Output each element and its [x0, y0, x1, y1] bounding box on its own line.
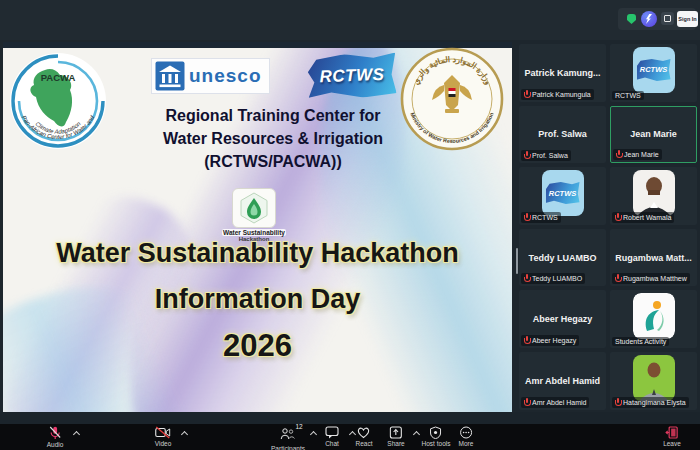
bottom-gap [0, 412, 700, 424]
participant-label: Teddy LUAMBO [521, 273, 585, 284]
video-muted-icon [155, 426, 171, 439]
audio-menu-chevron[interactable] [73, 431, 80, 438]
participant-label-text: Prof. Salwa [532, 152, 568, 159]
share-menu-chevron[interactable] [413, 431, 420, 438]
more-ellipsis-icon [460, 426, 473, 439]
title-line-3: 2026 [3, 322, 512, 370]
muted-mic-icon [615, 398, 621, 407]
rctws-avatar: RCTWS [542, 170, 584, 216]
mic-muted-icon [48, 426, 63, 440]
muted-mic-icon [524, 336, 530, 345]
gallery-view-icon[interactable] [661, 12, 674, 25]
slide-main-title: Water Sustainability Hackathon Informati… [3, 230, 512, 370]
participant-label: Prof. Salwa [521, 150, 571, 161]
muted-mic-icon [615, 213, 621, 222]
chat-icon [325, 426, 339, 439]
rctws-wordmark: RCTWS [319, 65, 384, 87]
participant-tile-salwa[interactable]: Prof. Salwa Prof. Salwa [519, 106, 606, 164]
participant-tile-patrick[interactable]: Patrick Kamung... Patrick Kamungula [519, 44, 606, 102]
rctws-avatar-text: RCTWS [549, 189, 577, 198]
meeting-window: Sign In PACWA Pan-African Center for Wat… [0, 0, 700, 450]
participant-label: Patrick Kamungula [521, 89, 594, 100]
participant-label: Rugambwa Matthew [612, 273, 690, 284]
rctws-wave-icon: RCTWS [546, 182, 580, 204]
participants-count-badge: 12 [296, 423, 303, 430]
muted-mic-icon [524, 90, 530, 99]
muted-mic-icon [524, 398, 530, 407]
top-bar: Sign In [0, 0, 700, 40]
participant-label-text: Amr Abdel Hamid [532, 399, 586, 406]
video-menu-chevron[interactable] [181, 431, 188, 438]
audio-label: Audio [47, 441, 64, 448]
participant-tile-rctws-2[interactable]: RCTWS RCTWS [519, 167, 606, 225]
meeting-app-icon[interactable] [641, 11, 657, 27]
share-screen-icon [389, 426, 402, 439]
title-line-1: Water Sustainability Hackathon [3, 230, 512, 276]
meeting-toolbar: Audio Video 12 Participants [0, 424, 700, 450]
participant-tile-rugambwa[interactable]: Rugambwa Matt... Rugambwa Matthew [610, 229, 697, 287]
participant-tile-rctws-1[interactable]: RCTWS RCTWS [610, 44, 697, 102]
pacwa-acronym: PACWA [41, 72, 76, 83]
participant-label-text: Students Activity [615, 338, 666, 345]
muted-mic-icon [615, 274, 621, 283]
participant-label-text: Abeer Hegazy [532, 337, 576, 344]
more-label: More [459, 440, 474, 447]
unesco-wordmark: unesco [189, 65, 262, 87]
chat-button[interactable]: Chat [325, 426, 339, 447]
participant-tile-jean-marie[interactable]: Jean Marie Jean Marie [610, 106, 697, 164]
shared-screen-slide: PACWA Pan-African Center for Water and C… [3, 42, 512, 412]
participant-tile-abeer[interactable]: Abeer Hegazy Abeer Hegazy [519, 290, 606, 348]
participant-label: RCTWS [612, 91, 644, 100]
participants-scrollbar[interactable] [516, 248, 519, 274]
shield-icon [430, 426, 442, 439]
rctws-wave-icon: RCTWS [637, 59, 671, 81]
bolt-icon [646, 14, 652, 24]
muted-mic-icon [524, 151, 530, 160]
leave-door-icon [666, 426, 679, 439]
participant-label: Jean Marie [613, 149, 662, 160]
rctws-avatar-text: RCTWS [640, 65, 668, 74]
participant-photo [633, 170, 675, 216]
participant-label: Amr Abdel Hamid [521, 397, 589, 408]
participant-label-text: Robert Wamala [623, 214, 671, 221]
more-button[interactable]: More [459, 426, 474, 447]
participant-photo [633, 355, 675, 401]
chat-label: Chat [325, 440, 339, 447]
participant-label: Abeer Hegazy [521, 335, 579, 346]
react-button[interactable]: React [356, 426, 373, 447]
unesco-temple-icon [155, 61, 185, 91]
org-line-3: (RCTWS/PACWA)) [123, 150, 423, 173]
participants-panel: Patrick Kamung... Patrick Kamungula RCTW… [519, 44, 697, 414]
host-tools-button[interactable]: Host tools [422, 426, 451, 447]
leave-button[interactable]: Leave [663, 426, 681, 447]
rctws-avatar: RCTWS [633, 47, 675, 93]
muted-mic-icon [524, 274, 530, 283]
participant-label-text: Hatangimana Elysta [623, 399, 686, 406]
participant-label-text: Teddy LUAMBO [532, 275, 582, 282]
host-tools-label: Host tools [422, 440, 451, 447]
muted-mic-icon [524, 213, 530, 222]
pacwa-logo: PACWA Pan-African Center for Water and C… [7, 50, 109, 156]
participant-label: Robert Wamala [612, 212, 674, 223]
participants-menu-chevron[interactable] [310, 431, 317, 438]
participant-label: Hatangimana Elysta [612, 397, 689, 408]
participant-tile-students-activity[interactable]: Students Activity [610, 290, 697, 348]
participants-button[interactable]: 12 Participants [271, 426, 305, 450]
participant-tile-amr[interactable]: Amr Abdel Hamid Amr Abdel Hamid [519, 352, 606, 410]
org-line-2: Water Resources & Irrigation [123, 127, 423, 150]
audio-button[interactable]: Audio [47, 426, 64, 448]
share-button[interactable]: Share [387, 426, 404, 447]
video-button[interactable]: Video [155, 426, 172, 447]
participant-tile-teddy[interactable]: Teddy LUAMBO Teddy LUAMBO [519, 229, 606, 287]
org-title: Regional Training Center for Water Resou… [123, 104, 423, 173]
students-activity-avatar [633, 293, 675, 339]
title-line-2: Information Day [3, 276, 512, 322]
participant-tile-hatangimana[interactable]: Hatangimana Elysta [610, 352, 697, 410]
hackathon-badge-icon [232, 188, 276, 228]
participant-tile-robert[interactable]: Robert Wamala [610, 167, 697, 225]
sign-in-button[interactable]: Sign In [677, 11, 698, 27]
participant-label-text: Jean Marie [624, 151, 659, 158]
rctws-logo: RCTWS [307, 52, 396, 99]
org-line-1: Regional Training Center for [123, 104, 423, 127]
share-label: Share [387, 440, 404, 447]
